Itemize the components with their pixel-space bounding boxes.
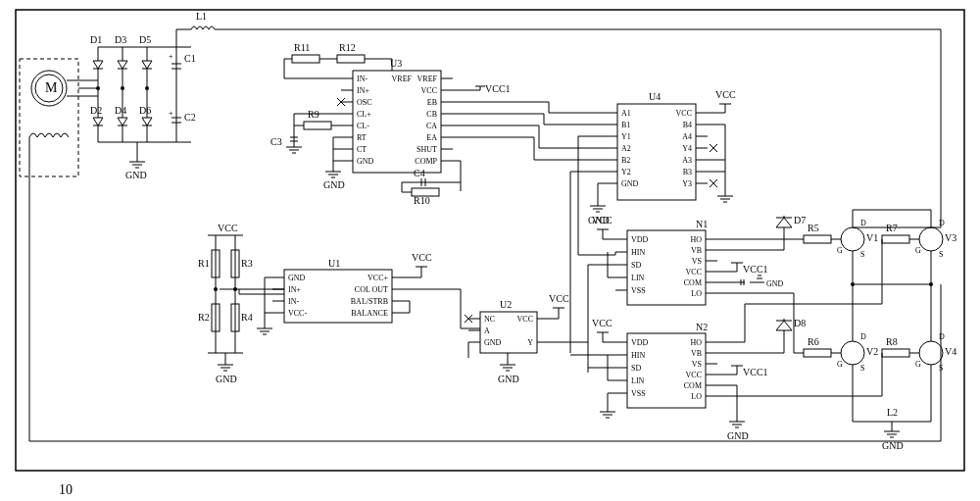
d1-label: D1 — [90, 34, 102, 45]
pwm-u3: U3 IN- IN+ OSC CL+ CL- RT CT GND VREF VR… — [270, 42, 549, 206]
svg-text:IN-: IN- — [357, 75, 368, 83]
svg-rect-354 — [804, 235, 831, 243]
svg-text:COM: COM — [684, 278, 702, 287]
svg-text:GND: GND — [484, 338, 502, 347]
n2-ref: N2 — [696, 322, 708, 332]
u1-vcc: VCC — [412, 252, 432, 263]
svg-text:G: G — [915, 360, 921, 369]
c1-label: C1 — [184, 53, 196, 64]
r8-label: R8 — [886, 336, 898, 347]
svg-text:VSS: VSS — [631, 286, 646, 295]
svg-text:VCC: VCC — [686, 268, 702, 276]
svg-point-356 — [841, 227, 864, 251]
svg-text:+: + — [169, 52, 173, 61]
svg-text:G: G — [837, 360, 843, 369]
svg-point-391 — [851, 282, 855, 286]
svg-text:VCC-: VCC- — [288, 309, 307, 318]
svg-text:VCC: VCC — [686, 371, 702, 379]
svg-text:VCC: VCC — [421, 86, 437, 95]
svg-text:B2: B2 — [621, 156, 630, 165]
svg-text:HO: HO — [690, 235, 702, 244]
r10-label: R10 — [414, 195, 430, 206]
r5-label: R5 — [808, 223, 819, 233]
svg-text:VCC: VCC — [676, 109, 692, 118]
d3-label: D3 — [115, 34, 126, 45]
svg-text:LO: LO — [691, 392, 702, 401]
svg-text:COM: COM — [684, 381, 702, 390]
svg-rect-380 — [882, 349, 909, 357]
l1-label: L1 — [196, 11, 207, 22]
u1-div-gnd: GND — [216, 374, 237, 384]
svg-text:D: D — [939, 219, 945, 227]
u2-ref: U2 — [500, 299, 512, 310]
svg-text:LIN: LIN — [631, 376, 645, 385]
n1-vdd: VCC — [592, 215, 612, 225]
svg-text:VS: VS — [692, 257, 702, 266]
u4-vcc: VCC — [715, 89, 736, 100]
svg-text:Y2: Y2 — [621, 168, 631, 176]
comparator-u1: VCC R1 R3 R2 R4 GND U1 GND IN+ IN- VCC- … — [198, 223, 480, 384]
svg-point-364 — [919, 227, 943, 251]
svg-rect-362 — [882, 235, 909, 243]
svg-text:SD: SD — [631, 261, 641, 270]
v2-label: V2 — [866, 346, 878, 357]
svg-point-15 — [121, 86, 124, 90]
svg-text:CT: CT — [357, 145, 367, 154]
svg-text:IN+: IN+ — [288, 285, 301, 294]
r7-label: R7 — [886, 223, 898, 233]
d2-label: D2 — [90, 105, 102, 116]
svg-marker-26 — [118, 118, 127, 125]
c3-label: C3 — [270, 136, 282, 147]
d8-label: D8 — [794, 318, 806, 328]
svg-text:VCC: VCC — [592, 318, 612, 328]
l2-label: L2 — [887, 407, 898, 418]
svg-text:A3: A3 — [682, 156, 692, 165]
svg-text:CA: CA — [426, 122, 437, 130]
svg-text:GND: GND — [357, 157, 374, 166]
svg-text:B4: B4 — [683, 121, 692, 129]
svg-text:NC: NC — [484, 315, 495, 324]
d6-label: D6 — [139, 105, 151, 116]
svg-text:VDD: VDD — [631, 235, 649, 244]
svg-rect-88 — [304, 122, 331, 129]
r2-label: R2 — [198, 312, 210, 323]
r4-label: R4 — [241, 312, 253, 323]
svg-text:VS: VS — [692, 360, 702, 369]
u1-ref: U1 — [328, 258, 340, 269]
svg-point-194 — [233, 287, 237, 291]
svg-text:LO: LO — [691, 289, 702, 298]
svg-text:Y4: Y4 — [682, 144, 692, 153]
svg-marker-293 — [776, 218, 792, 227]
svg-rect-83 — [337, 55, 365, 63]
driver-n1: N1 VDD HIN SD LIN VSS HO VB VS VCC COM L… — [578, 215, 806, 353]
svg-rect-371 — [804, 349, 831, 357]
r12-label: R12 — [339, 42, 356, 53]
svg-text:VREF: VREF — [417, 75, 438, 83]
svg-text:VCC+: VCC+ — [368, 274, 388, 282]
rect-gnd: GND — [125, 170, 147, 180]
svg-marker-18 — [93, 61, 103, 69]
svg-text:VB: VB — [691, 349, 702, 358]
n1-vcc1: VCC1 — [743, 264, 768, 275]
svg-text:S: S — [939, 250, 943, 259]
svg-text:Y1: Y1 — [621, 132, 631, 141]
svg-text:B3: B3 — [683, 168, 692, 176]
u2-gnd: GND — [498, 374, 519, 384]
svg-text:LIN: LIN — [631, 274, 645, 282]
v3-label: V3 — [945, 232, 956, 243]
svg-text:COMP: COMP — [415, 157, 437, 166]
u1-div-vcc: VCC — [218, 223, 238, 233]
svg-text:GND: GND — [882, 440, 904, 451]
svg-text:BALANCE: BALANCE — [351, 309, 388, 318]
svg-text:HIN: HIN — [631, 248, 645, 257]
svg-text:A: A — [484, 326, 490, 335]
svg-text:A2: A2 — [621, 144, 631, 153]
d7-label: D7 — [794, 215, 806, 225]
motor-label: M — [45, 80, 58, 95]
svg-marker-24 — [93, 118, 103, 125]
svg-text:VDD: VDD — [631, 338, 649, 347]
svg-text:CB: CB — [426, 110, 437, 119]
figure-number: 10 — [59, 482, 73, 497]
u3-vcc: VCC1 — [485, 83, 511, 94]
svg-marker-346 — [776, 321, 792, 330]
